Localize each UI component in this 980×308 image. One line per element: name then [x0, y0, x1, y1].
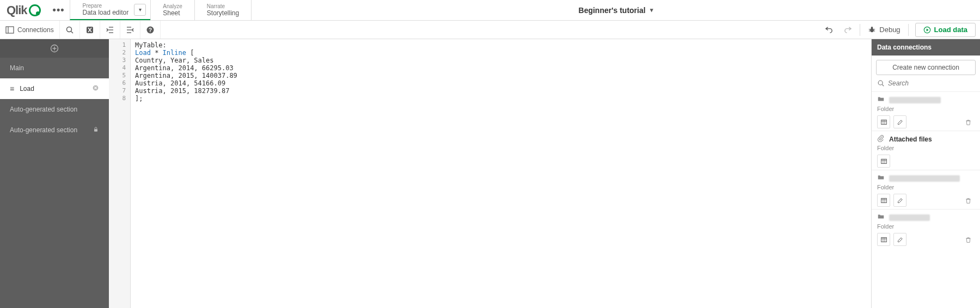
- table-icon: [880, 119, 887, 126]
- logo-q-icon: [29, 4, 41, 16]
- search-icon: [65, 26, 74, 34]
- nav-tabs: Prepare Data load editor ▾ Analyze Sheet…: [70, 0, 252, 20]
- comment-toggle-button[interactable]: [80, 21, 100, 39]
- select-data-button[interactable]: [877, 233, 890, 246]
- nav-tab-analyze[interactable]: Analyze Sheet: [150, 0, 194, 20]
- search-button[interactable]: [60, 21, 80, 39]
- connection-name-redacted: [889, 214, 930, 221]
- help-button[interactable]: ?: [140, 21, 161, 39]
- svg-text:?: ?: [149, 27, 152, 33]
- main-area: Main ≡ Load Auto-generated section Auto-…: [0, 39, 980, 308]
- load-data-button[interactable]: Load data: [915, 23, 976, 37]
- search-input[interactable]: [888, 79, 975, 87]
- indent-icon: [106, 26, 114, 34]
- chevron-down-icon: ▾: [650, 7, 653, 14]
- nav-analyze-small: Analyze: [163, 3, 182, 9]
- nav-narrate-big: Storytelling: [207, 9, 239, 17]
- logo-text: Qlik: [7, 3, 27, 17]
- connections-label: Connections: [17, 26, 54, 34]
- svg-rect-27: [881, 120, 886, 124]
- edit-connection-button[interactable]: [893, 194, 906, 207]
- connection-item[interactable]: Folder: [872, 91, 980, 131]
- debug-button[interactable]: Debug: [862, 22, 905, 38]
- trash-icon: [965, 119, 972, 126]
- toolbar: Connections ? Debug: [0, 21, 980, 39]
- more-menu-button[interactable]: •••: [47, 0, 70, 20]
- undo-button[interactable]: [819, 22, 838, 38]
- bug-icon: [868, 26, 876, 34]
- lock-icon: [93, 126, 99, 134]
- line-number: 5: [109, 72, 130, 79]
- delete-connection-button[interactable]: [961, 115, 975, 128]
- svg-line-18: [874, 30, 875, 31]
- app-title-dropdown[interactable]: Beginner's tutorial ▾: [252, 0, 980, 20]
- folder-icon: [877, 95, 885, 104]
- top-header: Qlik ••• Prepare Data load editor ▾ Anal…: [0, 0, 980, 21]
- svg-rect-39: [881, 237, 886, 242]
- drag-handle-icon[interactable]: ≡: [10, 84, 14, 93]
- sidebar-section-auto-1[interactable]: Auto-generated section: [0, 99, 109, 120]
- section-label: Auto-generated section: [10, 126, 77, 134]
- select-data-button[interactable]: [877, 194, 890, 207]
- code-content[interactable]: MyTable:Load * Inline [Country, Year, Sa…: [131, 39, 871, 308]
- connection-item-attached[interactable]: Attached files Folder: [872, 131, 980, 170]
- create-connection-button[interactable]: Create new connection: [876, 60, 976, 75]
- nav-prepare-big: Data load editor: [82, 9, 128, 16]
- sidebar-section-main[interactable]: Main: [0, 58, 109, 78]
- folder-icon: [877, 174, 885, 183]
- chevron-down-icon[interactable]: ▾: [134, 4, 146, 16]
- select-data-button[interactable]: [877, 155, 890, 168]
- trash-icon: [965, 236, 972, 243]
- outdent-icon: [126, 26, 134, 34]
- connection-type: Folder: [877, 106, 975, 112]
- help-icon: ?: [146, 26, 155, 34]
- line-number: 7: [109, 87, 130, 95]
- attached-files-label: Attached files: [889, 135, 932, 143]
- sidebar-section-auto-2[interactable]: Auto-generated section: [0, 120, 109, 140]
- sections-sidebar: Main ≡ Load Auto-generated section Auto-…: [0, 39, 109, 308]
- nav-tab-narrate[interactable]: Narrate Storytelling: [194, 0, 252, 20]
- connection-search[interactable]: [872, 77, 980, 91]
- logo[interactable]: Qlik: [0, 0, 47, 20]
- paperclip-icon: [877, 134, 885, 144]
- close-icon[interactable]: [92, 84, 99, 93]
- connections-panel-toggle[interactable]: Connections: [0, 21, 60, 39]
- connection-type: Folder: [877, 223, 975, 230]
- connection-item[interactable]: Folder: [872, 209, 980, 248]
- folder-icon: [877, 213, 885, 222]
- play-icon: [923, 26, 931, 34]
- plus-circle-icon: [50, 44, 59, 53]
- indent-button[interactable]: [100, 21, 120, 39]
- svg-line-17: [869, 30, 871, 31]
- undo-icon: [825, 26, 833, 34]
- debug-label: Debug: [879, 26, 900, 34]
- table-icon: [880, 158, 887, 165]
- delete-connection-button[interactable]: [961, 233, 975, 246]
- divider: [908, 24, 909, 36]
- outdent-button[interactable]: [120, 21, 140, 39]
- edit-connection-button[interactable]: [893, 233, 906, 246]
- redo-button: [838, 22, 857, 38]
- connection-type: Folder: [877, 184, 975, 190]
- svg-point-25: [878, 81, 883, 85]
- load-data-label: Load data: [934, 26, 967, 34]
- svg-rect-24: [94, 129, 97, 132]
- svg-rect-0: [6, 27, 14, 33]
- svg-line-26: [882, 84, 884, 86]
- delete-connection-button[interactable]: [961, 194, 975, 207]
- panel-title: Data connections: [872, 39, 980, 56]
- sidebar-section-load[interactable]: ≡ Load: [0, 78, 109, 99]
- section-label: Auto-generated section: [10, 106, 77, 113]
- code-editor[interactable]: 1 2 3 4 5 6 7 8 MyTable:Load * Inline [C…: [109, 39, 871, 308]
- connection-item[interactable]: Folder: [872, 170, 980, 209]
- connection-type: Folder: [877, 145, 975, 151]
- select-data-button[interactable]: [877, 115, 890, 128]
- add-section-button[interactable]: [0, 39, 109, 58]
- divider: [860, 24, 860, 36]
- line-number: 8: [109, 95, 130, 102]
- table-icon: [880, 197, 887, 204]
- nav-prepare-small: Prepare: [82, 3, 128, 9]
- edit-connection-button[interactable]: [893, 115, 906, 128]
- nav-tab-prepare[interactable]: Prepare Data load editor ▾: [70, 0, 150, 20]
- svg-line-15: [869, 29, 871, 30]
